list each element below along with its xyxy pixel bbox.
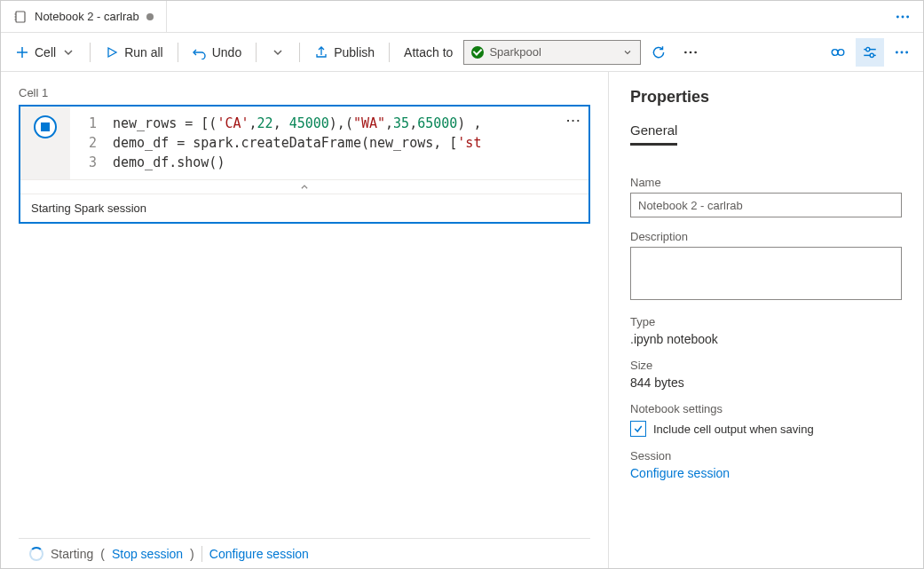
name-input[interactable]	[630, 193, 902, 217]
svg-marker-9	[108, 48, 116, 57]
separator	[90, 43, 91, 62]
cell-label: Cell 1	[19, 86, 590, 99]
settings-label: Notebook settings	[630, 402, 902, 415]
spark-pool-select[interactable]: Sparkpool	[463, 40, 641, 65]
separator	[389, 43, 390, 62]
undo-icon	[193, 45, 207, 59]
publish-button[interactable]: Publish	[307, 38, 382, 67]
plus-icon	[15, 45, 29, 59]
svg-point-5	[902, 15, 904, 18]
separator	[201, 546, 202, 562]
notebook-icon	[13, 10, 28, 24]
cell-gutter	[20, 107, 70, 179]
notebook-tab[interactable]: Notebook 2 - carlrab	[1, 1, 167, 32]
undo-dropdown-button[interactable]	[264, 38, 292, 67]
include-output-checkbox[interactable]	[630, 421, 646, 437]
cell-status: Starting Spark session	[20, 194, 588, 222]
stop-cell-button[interactable]	[34, 115, 57, 138]
tab-overflow-button[interactable]	[882, 1, 923, 32]
type-value: .ipynb notebook	[630, 332, 902, 346]
properties-toggle-button[interactable]	[856, 38, 884, 67]
cell-collapse-toggle[interactable]	[20, 179, 588, 194]
svg-point-17	[866, 47, 870, 51]
name-label: Name	[630, 176, 902, 189]
svg-point-21	[905, 51, 908, 53]
attach-to-label: Attach to	[397, 45, 460, 59]
svg-point-14	[838, 49, 844, 55]
work-area: Cell 1 123 new_rows = [('CA',22, 45000),…	[1, 72, 923, 568]
size-value: 844 bytes	[630, 375, 902, 390]
svg-point-13	[832, 49, 838, 55]
session-state: Starting	[51, 547, 93, 561]
properties-panel: Properties General Name Description Type…	[608, 72, 923, 568]
status-ok-icon	[471, 46, 484, 59]
code-cell[interactable]: 123 new_rows = [('CA',22, 45000),("WA",3…	[19, 105, 590, 224]
svg-point-10	[684, 51, 687, 53]
chevron-down-icon	[271, 45, 285, 59]
line-numbers: 123	[70, 114, 113, 172]
svg-point-4	[896, 15, 899, 18]
status-bar: Starting (Stop session) Configure sessio…	[19, 538, 590, 568]
toolbar: Cell Run all Undo Publish Attach to Spar…	[1, 33, 923, 72]
publish-icon	[314, 45, 328, 59]
type-label: Type	[630, 315, 902, 328]
code-area[interactable]: 123 new_rows = [('CA',22, 45000),("WA",3…	[70, 107, 588, 179]
svg-point-11	[690, 51, 692, 53]
properties-title: Properties	[630, 88, 902, 107]
tab-title: Notebook 2 - carlrab	[35, 10, 139, 23]
unsaved-indicator-icon	[146, 13, 154, 20]
variables-button[interactable]	[824, 38, 852, 67]
play-icon	[105, 45, 119, 59]
separator	[178, 43, 178, 62]
separator	[299, 43, 300, 62]
pool-name: Sparkpool	[489, 45, 617, 59]
chevron-down-icon	[622, 47, 633, 58]
svg-point-6	[906, 15, 909, 18]
cell-more-button[interactable]: ···	[566, 114, 581, 127]
undo-button[interactable]: Undo	[186, 38, 249, 67]
spinner-icon	[29, 547, 43, 561]
separator	[256, 43, 257, 62]
include-output-label: Include cell output when saving	[653, 423, 814, 436]
configure-session-link[interactable]: Configure session	[209, 547, 309, 561]
description-input[interactable]	[630, 247, 902, 300]
tab-bar: Notebook 2 - carlrab	[1, 1, 923, 33]
stop-session-link[interactable]: Stop session	[112, 547, 183, 561]
chevron-down-icon	[61, 45, 75, 59]
refresh-button[interactable]	[644, 38, 673, 67]
svg-point-19	[896, 51, 898, 53]
size-label: Size	[630, 359, 902, 372]
svg-rect-0	[16, 12, 25, 22]
more-actions-button[interactable]	[888, 38, 916, 67]
svg-point-12	[695, 51, 698, 53]
configure-session-link[interactable]: Configure session	[630, 466, 902, 480]
code-content[interactable]: new_rows = [('CA',22, 45000),("WA",35,65…	[113, 114, 581, 172]
stop-icon	[41, 122, 50, 131]
editor-pane: Cell 1 123 new_rows = [('CA',22, 45000),…	[1, 72, 608, 568]
run-all-button[interactable]: Run all	[98, 38, 170, 67]
svg-point-20	[901, 51, 904, 53]
description-label: Description	[630, 230, 902, 243]
toolbar-overflow-button[interactable]	[676, 38, 705, 67]
add-cell-button[interactable]: Cell	[8, 38, 83, 67]
svg-point-18	[870, 53, 873, 57]
tab-general[interactable]: General	[630, 122, 677, 146]
session-label: Session	[630, 449, 902, 462]
